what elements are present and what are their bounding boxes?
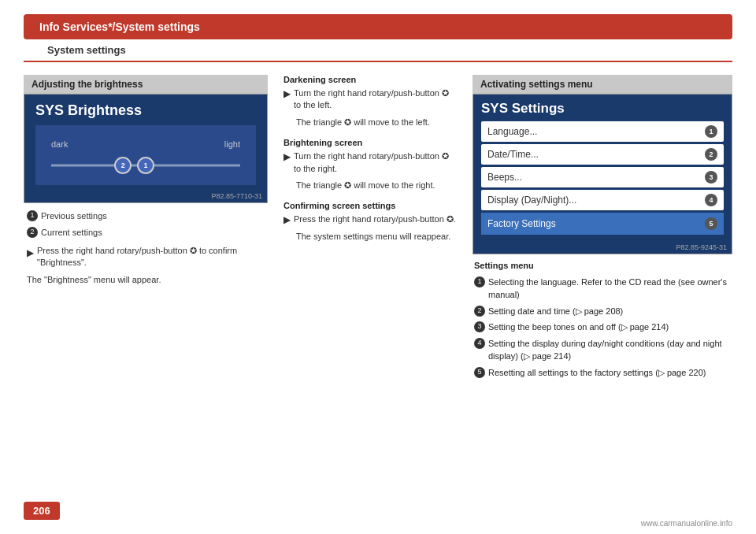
arrow-icon-1: ▶ [27,246,34,260]
settings-note-1: 1 Selecting the language. Refer to the C… [474,276,731,302]
settings-note-text-5: Resetting all settings to the factory se… [488,366,706,380]
menu-item-1-number: 1 [705,125,717,138]
left-panel-title: Adjusting the brightness [24,75,268,94]
system-settings-subtitle: System settings [24,39,732,62]
settings-note-num-3: 3 [474,321,485,332]
note-item-2: 2 Current settings [27,226,265,239]
menu-item-4-label: Display (Day/Night)... [487,195,576,206]
settings-note-num-2: 2 [474,306,485,317]
darkening-instruction: ▶ Turn the right hand rotary/push-button… [284,87,457,112]
darkening-section: Darkening screen ▶ Turn the right hand r… [284,75,457,128]
brightening-instruction: ▶ Turn the right hand rotary/push-button… [284,150,457,175]
dark-light-labels: dark light [51,139,240,149]
settings-note-text-1: Selecting the language. Refer to the CD … [488,276,731,302]
right-panel-title: Activating settings menu [472,75,732,94]
brightness-box: SYS Brightness dark light 2 1 P82.85-771… [24,94,268,203]
instruction-text-1: Press the right hand rotary/push-button … [37,245,265,269]
instruction-text-2: The "Brightness" menu will appear. [27,274,161,286]
brightening-section: Brightening screen ▶ Turn the right hand… [284,138,457,191]
menu-item-3-number: 3 [705,171,717,184]
slider-button-2: 2 [114,157,132,174]
note-text-2: Current settings [41,226,102,239]
settings-note-text-3: Setting the beep tones on and off (▷ pag… [488,321,669,334]
confirming-instruction: ▶ Press the right hand rotary/push-butto… [284,213,457,225]
confirming-detail: The system settings menu will reappear. [296,231,457,243]
menu-item-2-number: 2 [705,148,717,161]
settings-box: SYS Settings Language... 1 Date/Time... … [472,94,732,254]
brightening-heading: Brightening screen [284,138,457,147]
settings-note-text-2: Setting date and time (▷ page 208) [488,305,623,318]
note-item-1: 1 Previous settings [27,210,265,223]
brightening-text: Turn the right hand rotary/push-button ✪… [294,150,457,175]
brightness-screen: SYS Brightness dark light 2 1 [24,95,267,190]
menu-item-3: Beeps... 3 [481,167,724,187]
settings-image-code: P82.85-9245-31 [473,241,732,254]
brightening-detail: The triangle ✪ will move to the right. [296,180,457,191]
settings-note-num-1: 1 [474,276,485,287]
settings-heading: Settings menu [474,259,731,273]
factory-settings-number: 5 [705,217,717,230]
note-number-1: 1 [27,210,38,221]
settings-note-3: 3 Setting the beep tones on and off (▷ p… [474,321,731,334]
arrow-icon-confirm: ▶ [284,214,291,225]
menu-item-1: Language... 1 [481,121,724,142]
light-label: light [224,139,240,149]
header-banner: Info Services*/System settings [24,14,732,39]
page-number: 206 [24,502,60,520]
settings-note-text-4: Setting the display during day/night con… [488,337,731,363]
settings-screen: SYS Settings Language... 1 Date/Time... … [473,95,732,241]
middle-panel: Darkening screen ▶ Turn the right hand r… [284,75,457,387]
header-banner-text: Info Services*/System settings [39,20,200,33]
confirming-heading: Confirming screen settings [284,201,457,210]
darkening-detail: The triangle ✪ will move to the left. [296,117,457,128]
settings-description: Settings menu 1 Selecting the language. … [472,254,732,387]
brightness-image-code: P82.85-7710-31 [24,190,267,202]
menu-item-2-label: Date/Time... [487,149,539,160]
menu-item-1-label: Language... [487,126,537,137]
instruction-item-1: ▶ Press the right hand rotary/push-butto… [27,245,265,269]
slider-container: 2 1 [51,154,240,177]
settings-note-num-4: 4 [474,338,485,349]
note-number-2: 2 [27,227,38,238]
instruction-item-2: The "Brightness" menu will appear. [27,274,265,286]
settings-note-4: 4 Setting the display during day/night c… [474,337,731,363]
confirming-section: Confirming screen settings ▶ Press the r… [284,201,457,243]
arrow-icon-dark: ▶ [284,88,291,99]
menu-item-4: Display (Day/Night)... 4 [481,190,724,210]
menu-item-4-number: 4 [705,194,717,206]
instruction-block: ▶ Press the right hand rotary/push-butto… [27,245,265,286]
settings-note-2: 2 Setting date and time (▷ page 208) [474,305,731,318]
darkening-heading: Darkening screen [284,75,457,84]
confirming-text: Press the right hand rotary/push-button … [294,213,456,225]
menu-item-3-label: Beeps... [487,172,522,183]
settings-note-5: 5 Resetting all settings to the factory … [474,366,731,380]
right-panel: Activating settings menu SYS Settings La… [472,75,732,387]
slider-button-1: 1 [137,157,154,174]
left-panel: Adjusting the brightness SYS Brightness … [24,75,268,387]
menu-item-2: Date/Time... 2 [481,144,724,165]
sys-brightness-title: SYS Brightness [35,102,256,119]
factory-settings-label: Factory Settings [487,218,556,229]
website-footer: www.carmanualonline.info [641,519,732,528]
darkening-text: Turn the right hand rotary/push-button ✪… [294,87,457,112]
dark-label: dark [51,139,68,149]
sys-settings-title: SYS Settings [481,101,724,117]
settings-note-num-5: 5 [474,367,485,378]
slider-area: dark light 2 1 [35,125,256,185]
main-content: Adjusting the brightness SYS Brightness … [0,62,756,399]
brightness-description: 1 Previous settings 2 Current settings ▶… [24,203,268,297]
arrow-icon-bright: ▶ [284,151,291,162]
factory-settings-bar: Factory Settings 5 [481,213,724,235]
note-text-1: Previous settings [41,210,107,223]
